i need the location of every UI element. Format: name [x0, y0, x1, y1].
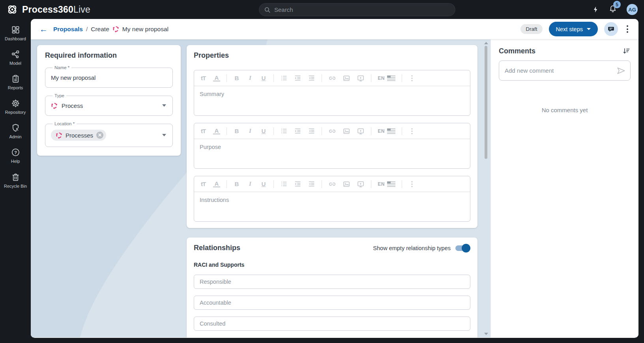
insert-video-button[interactable] [357, 180, 365, 188]
sidebar-item-help[interactable]: ? Help [0, 146, 31, 165]
indent-decrease-button[interactable] [308, 127, 315, 135]
insert-image-button[interactable] [343, 127, 350, 135]
sidebar-item-label: Reports [8, 85, 23, 90]
link-button[interactable] [328, 74, 336, 82]
chevron-down-icon [587, 28, 591, 30]
bold-button[interactable]: B [233, 181, 240, 187]
toolbar-more-button[interactable] [408, 128, 416, 135]
more-options-button[interactable] [624, 24, 631, 34]
search-input[interactable] [274, 6, 450, 13]
type-select[interactable]: Process [50, 100, 168, 111]
sidebar-item-label: Dashboard [5, 36, 26, 41]
sidebar-item-recycle-bin[interactable]: Recycle Bin [0, 171, 31, 190]
add-comment-input[interactable] [499, 67, 617, 74]
process-type-icon [112, 26, 119, 32]
bullet-list-button[interactable] [280, 74, 288, 82]
notifications-button[interactable]: 5 [608, 4, 617, 15]
italic-button[interactable]: I [247, 181, 254, 187]
insert-image-button[interactable] [343, 180, 350, 188]
sidebar-item-dashboard[interactable]: Dashboard [0, 24, 31, 43]
sort-comments-button[interactable] [622, 47, 631, 55]
summary-textarea[interactable] [194, 86, 470, 115]
search-icon [264, 6, 271, 13]
lightning-icon[interactable] [592, 6, 599, 13]
insert-video-button[interactable] [357, 74, 365, 82]
status-badge: Draft [520, 24, 542, 34]
link-button[interactable] [328, 180, 336, 188]
type-select-value: Process [62, 102, 83, 109]
show-empty-relationship-types-toggle[interactable] [455, 245, 469, 251]
scroll-down-arrow[interactable] [484, 333, 488, 335]
chip-remove-icon[interactable]: ✕ [96, 132, 103, 139]
italic-button[interactable]: I [247, 75, 254, 81]
responsible-input[interactable] [194, 279, 470, 285]
rich-text-toolbar: tT A B I U [194, 176, 470, 192]
font-size-button[interactable]: tT [200, 75, 207, 81]
scroll-up-arrow[interactable] [484, 42, 488, 44]
location-field-label: Location * [52, 121, 77, 126]
name-field-label: Name * [52, 65, 71, 70]
insert-image-button[interactable] [343, 74, 350, 82]
location-select[interactable]: Processes ✕ [50, 128, 168, 143]
breadcrumb-create: Create [91, 26, 109, 33]
language-flag-icon [387, 128, 395, 134]
language-selector[interactable]: EN [378, 128, 385, 134]
sidebar-item-model[interactable]: Model [0, 48, 31, 67]
indent-increase-button[interactable] [294, 74, 301, 82]
send-icon[interactable] [617, 67, 625, 75]
purpose-textarea[interactable] [194, 139, 470, 168]
bullet-list-button[interactable] [280, 127, 288, 135]
consulted-input[interactable] [194, 320, 470, 327]
logo-text: Process360Live [22, 4, 90, 15]
breadcrumb-proposals-link[interactable]: Proposals [53, 26, 83, 33]
scrollbar-thumb[interactable] [485, 46, 487, 159]
sort-descending-icon [622, 47, 631, 55]
global-search[interactable] [259, 3, 455, 16]
italic-button[interactable]: I [247, 128, 254, 134]
font-color-button[interactable]: A [213, 75, 220, 82]
app-logo[interactable]: Process360Live [0, 4, 90, 15]
sidebar-item-reports[interactable]: Reports [0, 73, 31, 92]
indent-increase-button[interactable] [294, 180, 301, 188]
accountable-field [194, 296, 470, 310]
back-button[interactable]: ← [39, 25, 48, 33]
bullet-list-button[interactable] [280, 180, 288, 188]
bold-button[interactable]: B [233, 75, 240, 81]
notification-count-badge: 5 [613, 1, 621, 8]
indent-increase-button[interactable] [294, 127, 301, 135]
name-input[interactable] [50, 73, 168, 83]
page-header: ← Proposals / Create My new proposal Dra… [31, 19, 638, 40]
underline-button[interactable]: U [260, 128, 267, 134]
breadcrumb-separator: / [86, 26, 88, 33]
indent-decrease-button[interactable] [308, 180, 315, 188]
underline-button[interactable]: U [260, 181, 267, 187]
font-size-button[interactable]: tT [200, 128, 207, 134]
font-color-button[interactable]: A [213, 128, 220, 135]
language-selector[interactable]: EN [378, 75, 385, 81]
toolbar-more-button[interactable] [408, 181, 416, 188]
font-color-button[interactable]: A [213, 181, 220, 188]
instructions-textarea[interactable] [194, 192, 470, 221]
process-type-icon [56, 132, 62, 139]
responsible-field [194, 275, 470, 289]
link-button[interactable] [328, 127, 336, 135]
comments-panel: Comments [490, 40, 638, 337]
insert-video-button[interactable] [357, 127, 365, 135]
font-size-button[interactable]: tT [200, 181, 207, 187]
indent-decrease-button[interactable] [308, 74, 315, 82]
sidebar-item-admin[interactable]: Admin [0, 122, 31, 141]
bold-button[interactable]: B [233, 128, 240, 134]
avatar[interactable]: AG [627, 4, 638, 15]
language-selector[interactable]: EN [378, 181, 385, 187]
next-steps-button[interactable]: Next steps [549, 22, 598, 36]
accountable-input[interactable] [194, 300, 470, 306]
underline-button[interactable]: U [260, 75, 267, 81]
location-chip: Processes ✕ [51, 130, 106, 141]
comments-toggle-button[interactable] [604, 22, 618, 36]
language-flag-icon [387, 181, 395, 187]
breadcrumb-current: My new proposal [122, 26, 168, 33]
toolbar-more-button[interactable] [408, 75, 416, 82]
sidebar-item-repository[interactable]: Repository [0, 97, 31, 116]
dashboard-icon [11, 25, 20, 34]
chevron-down-icon [162, 134, 166, 136]
